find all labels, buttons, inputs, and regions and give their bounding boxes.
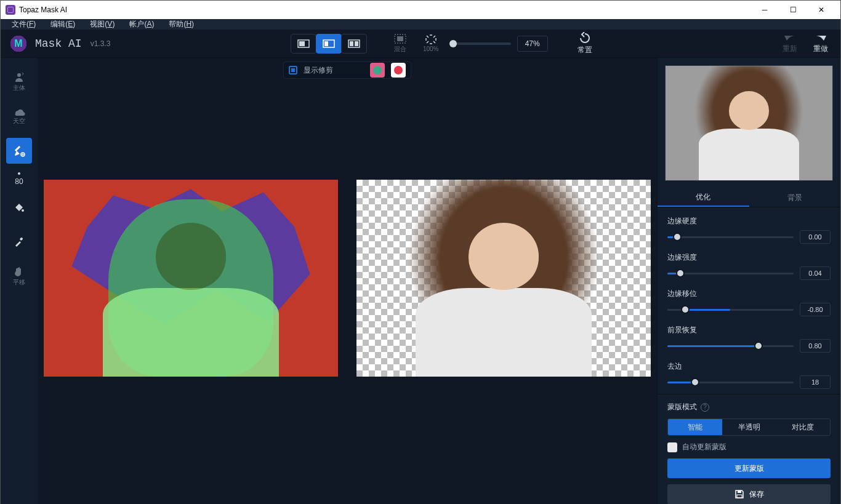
result-pane[interactable] [356,180,651,377]
view-side-button[interactable] [341,34,367,54]
brand-logo-icon [8,33,29,54]
auto-update-checkbox[interactable] [667,442,677,452]
topbar: Mask AI v1.3.3 混合 [1,30,840,58]
menu-account[interactable]: 帐户(A) [129,19,154,30]
show-crop-label: 显示修剪 [304,65,333,76]
help-icon[interactable]: ? [701,403,709,412]
brush-size-indicator[interactable]: 80 [15,172,23,186]
preview-thumbnail[interactable] [665,65,833,181]
tool-brush-settings[interactable] [6,138,32,164]
close-button[interactable]: ✕ [807,1,835,19]
seg-semi[interactable]: 半透明 [722,419,776,435]
overlay-swatch-2[interactable] [391,63,406,78]
mask-mode-title: 蒙版模式 ? [667,402,831,412]
auto-update-label: 自动更新蒙版 [682,442,726,452]
svg-rect-13 [19,237,23,241]
tool-pan[interactable]: 平移 [6,263,32,289]
save-icon [734,489,744,499]
svg-rect-8 [397,36,403,41]
brand-name: Mask AI [35,38,82,50]
seg-smart[interactable]: 智能 [668,419,722,435]
tool-subject[interactable]: 主体 [6,69,32,95]
slider-defringe: 去边 18 [667,361,831,389]
undo-button[interactable]: 重新 [778,33,802,54]
slider-foreground-recovery: 前景恢复 0.80 [667,325,831,353]
titlebar: Topaz Mask AI ─ ☐ ✕ [1,1,840,19]
svg-rect-14 [738,490,741,493]
brand-version: v1.3.3 [91,39,111,48]
svg-rect-6 [355,41,358,46]
mask-mode-segment: 智能 半透明 对比度 [667,418,831,436]
show-crop-checkbox[interactable] [289,66,297,74]
slider-edge-strength: 边缘强度 0.04 [667,252,831,280]
menu-help[interactable]: 帮助(H) [169,19,194,30]
window-title: Topaz Mask AI [19,6,67,14]
svg-point-12 [22,209,24,212]
menu-file[interactable]: 文件(F) [12,19,36,30]
redo-button[interactable]: 重做 [808,33,833,54]
overlay-swatch-1[interactable] [370,63,385,78]
canvas-area[interactable]: 显示修剪 [38,58,657,504]
maximize-button[interactable]: ☐ [779,1,807,19]
merge-tool[interactable]: 混合 [388,34,412,54]
mask-pane[interactable] [44,180,338,377]
menu-view[interactable]: 视图(V) [90,19,115,30]
svg-rect-3 [324,41,328,46]
zoom-slider[interactable] [449,42,511,45]
tab-background[interactable]: 背景 [749,188,841,207]
menu-edit[interactable]: 编辑(E) [50,19,75,30]
tool-strip: 主体 天空 80 [1,58,38,504]
zoom-readout[interactable]: 47% [517,36,548,52]
app-logo-icon [6,5,15,15]
reset-button[interactable]: 常置 [573,32,597,55]
brush-dot-icon [18,172,20,175]
update-mask-button[interactable]: 更新蒙版 [667,458,831,478]
svg-point-9 [17,73,21,77]
menubar: 文件(F) 编辑(E) 视图(V) 帐户(A) 帮助(H) [1,19,840,30]
save-button[interactable]: 保存 [667,484,831,504]
view-split-button[interactable] [316,34,342,54]
tool-sky[interactable]: 天空 [6,103,32,129]
tab-optimize[interactable]: 优化 [658,188,749,207]
view-single-button[interactable] [291,34,316,54]
seg-contrast[interactable]: 对比度 [776,419,830,435]
svg-rect-1 [299,41,305,46]
tool-eyedropper[interactable] [6,229,32,255]
sliders-group: 边缘硬度 0.00 边缘强度 0.04 边缘 [658,207,840,394]
view-mode-group [291,34,367,54]
svg-rect-10 [15,146,20,151]
tool-fill[interactable] [6,194,32,220]
svg-rect-5 [350,41,353,46]
overlay-bar: 显示修剪 [283,62,411,79]
slider-edge-hardness: 边缘硬度 0.00 [667,216,831,244]
zoom-fit-button[interactable]: 100% [419,34,443,52]
right-panel: 优化 背景 边缘硬度 0.00 边缘强度 [657,58,840,504]
slider-edge-shift: 边缘移位 -0.80 [667,289,831,316]
minimize-button[interactable]: ─ [750,1,779,19]
